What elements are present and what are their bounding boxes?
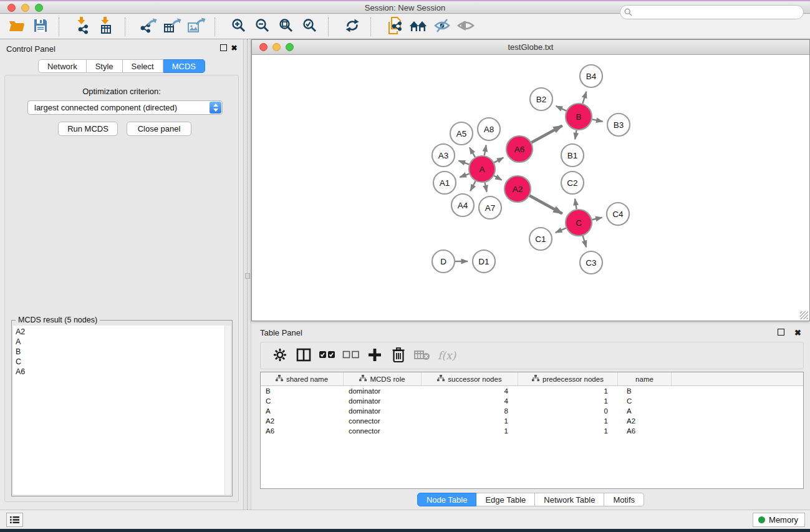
cell[interactable]: 4 xyxy=(422,396,518,406)
save-session-button[interactable] xyxy=(29,16,52,37)
network-graph[interactable]: B4B2BB3A8A5A6A3B1AA1C2A2A4A7C4CC1C3DD1 xyxy=(253,56,809,321)
tab-style[interactable]: Style xyxy=(87,59,123,73)
search-input[interactable] xyxy=(620,5,804,19)
panel-divider[interactable] xyxy=(244,39,251,510)
edge-A-A2[interactable] xyxy=(494,176,502,180)
cell[interactable]: 1 xyxy=(518,396,618,406)
tab-motifs[interactable]: Motifs xyxy=(604,493,644,506)
tab-network[interactable]: Network xyxy=(38,59,87,73)
edge-C-C4[interactable] xyxy=(592,218,602,220)
table-options-button[interactable] xyxy=(268,346,292,365)
mcds-result-item[interactable]: B xyxy=(16,347,224,357)
column-header-shared-name[interactable]: shared name xyxy=(261,372,344,385)
import-network-button[interactable] xyxy=(71,16,95,37)
cell[interactable]: dominator xyxy=(344,396,422,406)
cell[interactable]: A6 xyxy=(618,426,672,436)
refresh-layout-button[interactable] xyxy=(340,16,364,37)
mcds-result-item[interactable]: C xyxy=(16,357,224,367)
delete-row-button[interactable] xyxy=(387,346,410,365)
edge-C-C1[interactable] xyxy=(556,228,566,233)
close-panel-button[interactable]: Close panel xyxy=(127,122,191,136)
edge-B-B3[interactable] xyxy=(592,119,603,121)
task-history-button[interactable] xyxy=(6,513,23,527)
export-image-button[interactable] xyxy=(185,16,208,37)
cell[interactable]: 1 xyxy=(422,416,518,426)
mcds-result-item[interactable]: A xyxy=(16,337,224,347)
cell[interactable]: 8 xyxy=(422,406,518,416)
export-table-button[interactable] xyxy=(161,16,185,37)
apply-function-button[interactable]: f(x) xyxy=(438,349,456,362)
cell[interactable]: B xyxy=(261,386,344,396)
cell[interactable]: A6 xyxy=(261,426,344,436)
edge-B-B1[interactable] xyxy=(575,130,576,140)
divider-handle[interactable] xyxy=(245,273,250,279)
mcds-result-scrollbar[interactable] xyxy=(224,326,231,495)
window-resize-grip[interactable] xyxy=(800,311,808,319)
cell[interactable]: 0 xyxy=(518,406,618,416)
column-header-name[interactable]: name xyxy=(618,372,672,385)
close-table-panel-icon[interactable]: ✖ xyxy=(794,328,801,337)
cell[interactable]: connector xyxy=(344,416,422,426)
zoom-out-button[interactable] xyxy=(251,16,274,37)
cell[interactable]: A xyxy=(261,406,344,416)
float-table-panel-icon[interactable] xyxy=(778,329,784,336)
column-header-MCDS-role[interactable]: MCDS role xyxy=(344,372,422,385)
edge-A2-C[interactable] xyxy=(529,196,562,214)
cell[interactable]: A2 xyxy=(261,416,344,426)
network-canvas[interactable]: B4B2BB3A8A5A6A3B1AA1C2A2A4A7C4CC1C3DD1 xyxy=(253,56,809,320)
edge-A-A3[interactable] xyxy=(459,161,470,165)
deselect-all-button[interactable] xyxy=(339,346,363,365)
edge-A-A5[interactable] xyxy=(470,148,475,157)
cell[interactable]: A xyxy=(618,406,672,416)
cell[interactable]: C xyxy=(261,396,344,406)
close-panel-icon[interactable]: ✖ xyxy=(230,44,238,52)
tab-select[interactable]: Select xyxy=(123,59,163,73)
select-all-button[interactable] xyxy=(316,346,339,365)
edge-A-A6[interactable] xyxy=(494,158,503,163)
cell[interactable]: A2 xyxy=(618,416,672,426)
tab-network-table[interactable]: Network Table xyxy=(535,493,604,506)
cell[interactable]: 1 xyxy=(518,386,618,396)
cell[interactable]: B xyxy=(618,386,672,396)
edge-C-C3[interactable] xyxy=(583,236,587,247)
tab-mcds[interactable]: MCDS xyxy=(163,59,205,73)
network-window-titlebar[interactable]: testGlobe.txt xyxy=(252,40,809,55)
edge-C-C2[interactable] xyxy=(575,199,577,210)
column-header-predecessor-nodes[interactable]: predecessor nodes xyxy=(518,372,618,385)
column-header-successor-nodes[interactable]: successor nodes xyxy=(422,372,518,385)
tab-edge-table[interactable]: Edge Table xyxy=(476,493,535,506)
cell[interactable]: dominator xyxy=(344,386,422,396)
cell[interactable]: connector xyxy=(344,426,422,436)
edge-A-A4[interactable] xyxy=(470,181,475,191)
cell[interactable]: dominator xyxy=(344,406,422,416)
cell[interactable]: 1 xyxy=(518,426,618,436)
memory-button[interactable]: Memory xyxy=(753,513,805,527)
optimization-criterion-select[interactable]: largest connected component (directed) xyxy=(27,100,223,115)
table-row[interactable]: A6connector11A6 xyxy=(261,426,803,436)
cell[interactable]: 1 xyxy=(422,426,518,436)
zoom-in-button[interactable] xyxy=(227,16,251,37)
hide-panels-button[interactable] xyxy=(430,16,454,37)
table-row[interactable]: Cdominator41C xyxy=(261,396,803,406)
edge-B-B2[interactable] xyxy=(556,106,567,111)
node-table[interactable]: shared nameMCDS rolesuccessor nodesprede… xyxy=(260,372,804,489)
edge-A-A1[interactable] xyxy=(460,174,469,177)
zoom-selected-button[interactable] xyxy=(298,16,322,37)
import-table-button[interactable] xyxy=(95,16,118,37)
home-button[interactable] xyxy=(407,16,430,37)
mcds-result-item[interactable]: A2 xyxy=(16,327,224,337)
edge-A-A8[interactable] xyxy=(485,145,486,156)
float-panel-icon[interactable] xyxy=(220,44,227,51)
table-row[interactable]: Bdominator41B xyxy=(261,386,803,396)
duplicate-network-button[interactable] xyxy=(383,16,407,37)
open-session-button[interactable] xyxy=(5,16,29,37)
cell[interactable]: C xyxy=(618,396,672,406)
add-row-button[interactable] xyxy=(363,346,387,365)
cell[interactable]: 4 xyxy=(422,386,518,396)
edge-B-B4[interactable] xyxy=(582,92,586,104)
edge-A-A7[interactable] xyxy=(485,183,487,192)
zoom-fit-button[interactable] xyxy=(274,16,298,37)
delete-table-button[interactable] xyxy=(410,346,434,365)
show-graphics-details-button[interactable] xyxy=(454,16,478,37)
mcds-result-item[interactable]: A6 xyxy=(16,367,224,377)
